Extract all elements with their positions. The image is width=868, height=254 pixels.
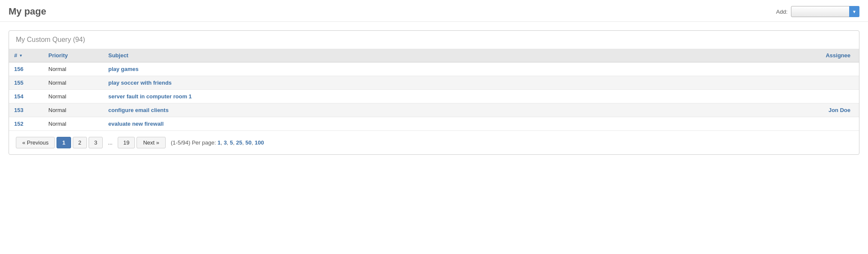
add-label: Add: [776, 9, 788, 15]
table-header-row: # ▼ Priority Subject Assignee [9, 49, 859, 62]
per-page-25-link[interactable]: 25 [236, 139, 242, 146]
page-1-button[interactable]: 1 [56, 137, 71, 148]
query-header: My Custom Query (94) [9, 31, 859, 49]
page-wrapper: My page Add: Issue News Document ▼ My Cu… [0, 0, 868, 254]
table-body: 156Normalplay games155Normalplay soccer … [9, 62, 859, 131]
add-section: Add: Issue News Document ▼ [776, 6, 859, 17]
cell-assignee [773, 76, 859, 90]
cell-assignee[interactable]: Jon Doe [773, 103, 859, 117]
col-id-sort[interactable]: # ▼ [14, 52, 23, 59]
per-page-separator: , [220, 139, 223, 146]
cell-subject[interactable]: play games [103, 62, 773, 76]
page-ellipsis: ... [104, 137, 116, 148]
col-header-priority[interactable]: Priority [43, 49, 103, 62]
page-title: My page [9, 6, 46, 17]
per-page-info: (1-5/94) Per page: 1, 3, 5, 25, 50, 100 [171, 139, 264, 146]
prev-button[interactable]: « Previous [16, 137, 55, 148]
main-content: My Custom Query (94) # ▼ Priority [0, 22, 868, 163]
cell-id[interactable]: 152 [9, 117, 43, 131]
per-page-3-link[interactable]: 3 [224, 139, 227, 146]
query-count: (94) [73, 36, 85, 43]
cell-id[interactable]: 155 [9, 76, 43, 90]
cell-priority: Normal [43, 76, 103, 90]
col-header-assignee[interactable]: Assignee [773, 49, 859, 62]
per-page-50-link[interactable]: 50 [245, 139, 251, 146]
cell-subject[interactable]: evaluate new firewall [103, 117, 773, 131]
cell-id[interactable]: 153 [9, 103, 43, 117]
cell-assignee [773, 117, 859, 131]
cell-subject[interactable]: play soccer with friends [103, 76, 773, 90]
cell-subject[interactable]: configure email clients [103, 103, 773, 117]
per-page-separator: , [227, 139, 230, 146]
query-title: My Custom Query [16, 36, 71, 43]
per-page-separator: , [233, 139, 236, 146]
sort-arrow-icon: ▼ [19, 53, 23, 58]
page-19-button[interactable]: 19 [118, 137, 135, 148]
add-select-wrapper: Issue News Document ▼ [791, 6, 859, 17]
add-select[interactable]: Issue News Document [791, 6, 859, 17]
cell-priority: Normal [43, 117, 103, 131]
cell-subject[interactable]: server fault in computer room 1 [103, 90, 773, 103]
query-box: My Custom Query (94) # ▼ Priority [9, 30, 859, 155]
page-2-button[interactable]: 2 [73, 137, 87, 148]
table-row: 156Normalplay games [9, 62, 859, 76]
cell-priority: Normal [43, 62, 103, 76]
cell-priority: Normal [43, 90, 103, 103]
per-page-separator: , [252, 139, 255, 146]
top-bar: My page Add: Issue News Document ▼ [0, 0, 868, 22]
pagination-section: « Previous 1 2 3 ... 19 Next » (1-5/94) … [9, 131, 859, 154]
per-page-links: 1, 3, 5, 25, 50, 100 [217, 139, 264, 146]
range-label: (1-5/94) Per page: [171, 139, 216, 146]
col-header-subject[interactable]: Subject [103, 49, 773, 62]
col-header-id[interactable]: # ▼ [9, 49, 43, 62]
query-table: # ▼ Priority Subject Assignee [9, 49, 859, 131]
cell-assignee [773, 62, 859, 76]
table-row: 153Normalconfigure email clientsJon Doe [9, 103, 859, 117]
cell-id[interactable]: 154 [9, 90, 43, 103]
table-row: 152Normalevaluate new firewall [9, 117, 859, 131]
table-row: 154Normalserver fault in computer room 1 [9, 90, 859, 103]
cell-assignee [773, 90, 859, 103]
cell-id[interactable]: 156 [9, 62, 43, 76]
page-3-button[interactable]: 3 [89, 137, 103, 148]
table-row: 155Normalplay soccer with friends [9, 76, 859, 90]
next-button[interactable]: Next » [137, 137, 166, 148]
cell-priority: Normal [43, 103, 103, 117]
per-page-100-link[interactable]: 100 [255, 139, 264, 146]
